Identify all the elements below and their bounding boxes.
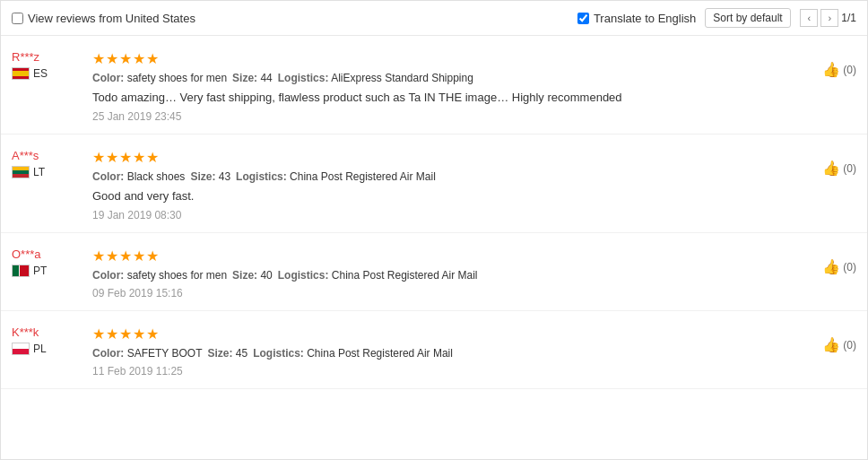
sort-wrapper: Sort by default Sort by time Sort by rat… xyxy=(705,8,791,28)
review-content: ★★★★★ Color: Black shoes Size: 43 Logist… xyxy=(83,149,803,221)
reviewer-country: PL xyxy=(12,343,83,355)
color-value: SAFETY BOOT xyxy=(127,347,203,360)
logistics-value: China Post Registered Air Mail xyxy=(332,269,478,282)
review-meta: Color: Black shoes Size: 43 Logistics: C… xyxy=(92,170,803,183)
review-item: K***k PL ★★★★★ Color: SAFETY BOOT Size: … xyxy=(1,311,867,389)
star-icon: ★ xyxy=(92,325,105,343)
review-date: 09 Feb 2019 15:16 xyxy=(92,287,803,299)
size-value: 43 xyxy=(219,170,230,183)
review-content: ★★★★★ Color: safety shoes for men Size: … xyxy=(83,247,803,299)
star-rating: ★★★★★ xyxy=(92,247,803,265)
reviewer-info: A***s LT xyxy=(12,149,83,221)
logistics-label: Logistics: China Post Registered Air Mai… xyxy=(253,347,453,360)
star-icon: ★ xyxy=(92,149,105,166)
star-icon: ★ xyxy=(146,325,159,343)
size-value: 40 xyxy=(260,269,272,282)
star-icon: ★ xyxy=(92,50,105,67)
review-item: A***s LT ★★★★★ Color: Black shoes Size: … xyxy=(1,135,867,233)
star-rating: ★★★★★ xyxy=(92,50,803,67)
like-button[interactable]: 👍 (0) xyxy=(822,258,856,275)
color-label: Color: SAFETY BOOT xyxy=(92,347,202,360)
reviewer-info: O***a PT xyxy=(12,247,83,299)
reviewer-name: A***s xyxy=(12,149,83,162)
star-icon: ★ xyxy=(106,50,118,67)
translate-checkbox[interactable] xyxy=(577,13,589,24)
reviewer-country: LT xyxy=(12,166,83,178)
size-label: Size: 45 xyxy=(207,347,247,360)
size-value: 44 xyxy=(260,72,272,84)
star-icon: ★ xyxy=(133,50,145,67)
thumbs-up-icon: 👍 xyxy=(822,160,840,177)
star-icon: ★ xyxy=(119,325,132,343)
next-page-button[interactable]: › xyxy=(820,9,838,27)
translate-label[interactable]: Translate to English xyxy=(577,12,696,25)
country-label: ES xyxy=(33,67,48,80)
reviewer-name: O***a xyxy=(12,247,83,261)
logistics-value: AliExpress Standard Shipping xyxy=(331,72,473,84)
reviewer-info: R***z ES xyxy=(12,50,83,123)
like-count: (0) xyxy=(843,339,856,352)
like-button[interactable]: 👍 (0) xyxy=(822,336,856,353)
like-count: (0) xyxy=(843,261,856,273)
country-label: LT xyxy=(33,166,45,178)
review-content: ★★★★★ Color: safety shoes for men Size: … xyxy=(83,50,803,123)
page-info: 1/1 xyxy=(841,12,856,24)
country-label: PT xyxy=(33,265,47,277)
star-rating: ★★★★★ xyxy=(92,149,803,166)
size-label: Size: 40 xyxy=(232,269,273,282)
like-count: (0) xyxy=(843,64,856,76)
translate-text: Translate to English xyxy=(594,12,696,25)
country-label: PL xyxy=(33,343,47,355)
top-bar: View reviews from United States Translat… xyxy=(1,1,867,36)
reviews-list: R***z ES ★★★★★ Color: safety shoes for m… xyxy=(1,36,867,389)
thumbs-up-icon: 👍 xyxy=(822,258,840,275)
review-actions: 👍 (0) xyxy=(803,50,856,123)
pagination: ‹ › 1/1 xyxy=(800,9,856,27)
controls-section: Translate to English Sort by default Sor… xyxy=(577,8,856,28)
review-meta: Color: safety shoes for men Size: 40 Log… xyxy=(92,269,803,282)
color-value: safety shoes for men xyxy=(127,269,227,282)
review-date: 25 Jan 2019 23:45 xyxy=(92,110,803,123)
size-label: Size: 43 xyxy=(190,170,230,183)
like-button[interactable]: 👍 (0) xyxy=(822,160,856,177)
color-label: Color: safety shoes for men xyxy=(92,72,227,84)
star-icon: ★ xyxy=(146,50,159,67)
review-item: O***a PT ★★★★★ Color: safety shoes for m… xyxy=(1,233,867,311)
star-icon: ★ xyxy=(119,50,132,67)
size-label: Size: 44 xyxy=(232,72,273,84)
filter-us-label[interactable]: View reviews from United States xyxy=(12,12,195,25)
review-meta: Color: safety shoes for men Size: 44 Log… xyxy=(92,72,803,84)
star-icon: ★ xyxy=(119,247,132,265)
star-icon: ★ xyxy=(92,247,105,265)
star-icon: ★ xyxy=(119,149,132,166)
flag-icon xyxy=(12,265,30,277)
logistics-value: China Post Registered Air Mail xyxy=(290,170,436,183)
size-value: 45 xyxy=(236,347,247,360)
logistics-label: Logistics: China Post Registered Air Mai… xyxy=(278,269,478,282)
filter-us-checkbox[interactable] xyxy=(12,13,23,24)
review-actions: 👍 (0) xyxy=(803,149,856,221)
star-icon: ★ xyxy=(106,149,118,166)
like-button[interactable]: 👍 (0) xyxy=(822,61,856,78)
logistics-label: Logistics: AliExpress Standard Shipping xyxy=(278,72,473,84)
reviews-container: View reviews from United States Translat… xyxy=(0,0,868,460)
color-value: Black shoes xyxy=(127,170,186,183)
star-icon: ★ xyxy=(133,247,145,265)
flag-icon xyxy=(12,166,30,178)
review-text: Good and very fast. xyxy=(92,188,803,204)
filter-us-text: View reviews from United States xyxy=(28,12,195,25)
filter-section: View reviews from United States xyxy=(12,12,195,25)
star-icon: ★ xyxy=(146,149,159,166)
star-icon: ★ xyxy=(106,247,118,265)
reviewer-country: ES xyxy=(12,67,83,80)
star-icon: ★ xyxy=(133,149,145,166)
review-date: 11 Feb 2019 11:25 xyxy=(92,365,803,378)
star-icon: ★ xyxy=(146,247,159,265)
logistics-label: Logistics: China Post Registered Air Mai… xyxy=(236,170,436,183)
sort-dropdown[interactable]: Sort by default Sort by time Sort by rat… xyxy=(705,8,791,28)
review-text: Todo amazing… Very fast shipping, flawle… xyxy=(92,90,803,106)
prev-page-button[interactable]: ‹ xyxy=(800,9,818,27)
review-date: 19 Jan 2019 08:30 xyxy=(92,209,803,221)
flag-icon xyxy=(12,67,30,80)
review-actions: 👍 (0) xyxy=(803,325,856,378)
